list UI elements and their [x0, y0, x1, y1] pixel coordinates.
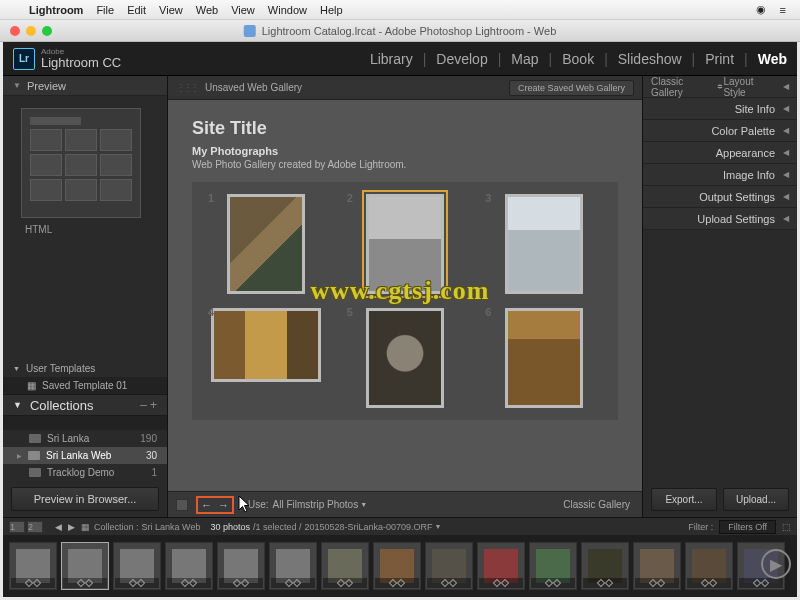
saved-template-row[interactable]: ▦ Saved Template 01: [3, 377, 167, 394]
collection-title[interactable]: My Photographs: [192, 145, 618, 157]
chevron-left-icon: ◀: [783, 214, 789, 223]
next-page-icon[interactable]: →: [218, 499, 229, 511]
menu-view[interactable]: View: [159, 4, 183, 16]
engine-row[interactable]: Classic Gallery ≑ Layout Style ◀: [643, 76, 797, 98]
gallery-thumb[interactable]: 5: [343, 308, 468, 408]
filmstrip-thumb[interactable]: [373, 542, 421, 590]
document-icon: [244, 25, 256, 37]
window-zoom-button[interactable]: [42, 26, 52, 36]
module-print[interactable]: Print: [705, 51, 734, 67]
menu-edit[interactable]: Edit: [127, 4, 146, 16]
module-library[interactable]: Library: [370, 51, 413, 67]
panel-upload-settings[interactable]: Upload Settings◀: [643, 208, 797, 230]
app-header: Lr AdobeLightroom CC Library| Develop| M…: [3, 42, 797, 76]
filter-dropdown[interactable]: Filters Off: [719, 520, 776, 534]
prev-page-icon[interactable]: ←: [201, 499, 212, 511]
macos-menubar: Lightroom File Edit View Web View Window…: [0, 0, 800, 20]
menu-extras-icon[interactable]: ≡: [780, 4, 786, 16]
lightroom-logo-icon: Lr: [13, 48, 35, 70]
filmstrip-thumb[interactable]: [425, 542, 473, 590]
panel-image-info[interactable]: Image Info◀: [643, 164, 797, 186]
window-minimize-button[interactable]: [26, 26, 36, 36]
panel-color-palette[interactable]: Color Palette◀: [643, 120, 797, 142]
menu-window[interactable]: Window: [268, 4, 307, 16]
menu-file[interactable]: File: [96, 4, 114, 16]
collection-description[interactable]: Web Photo Gallery created by Adobe Light…: [192, 159, 618, 170]
thumb-index: 1: [208, 192, 214, 204]
thumb-index: 2: [347, 192, 353, 204]
collections-minus-icon[interactable]: –: [140, 398, 147, 412]
thumb-index: 5: [347, 306, 353, 318]
menu-web[interactable]: Web: [196, 4, 218, 16]
filmstrip-thumb[interactable]: [217, 542, 265, 590]
filter-label: Filter :: [688, 522, 713, 532]
filter-lock-icon[interactable]: ⬚: [782, 522, 791, 532]
panel-appearance[interactable]: Appearance◀: [643, 142, 797, 164]
upload-button[interactable]: Upload...: [723, 488, 789, 511]
engine-name: Classic Gallery: [651, 76, 713, 98]
filmstrip-thumb[interactable]: [165, 542, 213, 590]
gallery-thumb[interactable]: 1: [204, 194, 329, 294]
chevron-left-icon: ◀: [783, 126, 789, 135]
collection-name: Sri Lanka: [47, 433, 89, 444]
collection-item[interactable]: Tracklog Demo 1: [3, 464, 167, 481]
window-close-button[interactable]: [10, 26, 20, 36]
breadcrumb-name[interactable]: Sri Lanka Web: [142, 522, 201, 532]
filmstrip-thumb[interactable]: [113, 542, 161, 590]
export-button[interactable]: Export...: [651, 488, 717, 511]
folder-icon: [29, 434, 41, 443]
panel-site-info[interactable]: Site Info◀: [643, 98, 797, 120]
filmstrip[interactable]: ▶: [3, 535, 797, 597]
site-title[interactable]: Site Title: [192, 118, 618, 139]
grid-icon[interactable]: ▦: [81, 522, 90, 532]
filmstrip-thumb[interactable]: [321, 542, 369, 590]
stop-icon[interactable]: [176, 499, 188, 511]
app-menu[interactable]: Lightroom: [29, 4, 83, 16]
collections-panel-header[interactable]: ▼ Collections – +: [3, 394, 167, 416]
module-slideshow[interactable]: Slideshow: [618, 51, 682, 67]
thumb-index: 6: [485, 306, 491, 318]
user-templates-row[interactable]: ▼ User Templates: [3, 360, 167, 377]
use-dropdown[interactable]: All Filmstrip Photos: [273, 499, 359, 510]
panel-output-settings[interactable]: Output Settings◀: [643, 186, 797, 208]
template-icon: ▦: [27, 380, 36, 391]
filmstrip-thumb[interactable]: [269, 542, 317, 590]
secondary-display-icon[interactable]: 12: [9, 521, 43, 533]
selection-info: /1 selected /: [253, 522, 302, 532]
gallery-thumb-selected[interactable]: 2: [343, 194, 468, 294]
collections-plus-icon[interactable]: +: [150, 398, 157, 412]
gallery-thumb[interactable]: 3: [481, 194, 606, 294]
create-saved-gallery-button[interactable]: Create Saved Web Gallery: [509, 80, 634, 96]
collection-item[interactable]: Sri Lanka 190: [3, 430, 167, 447]
preview-in-browser-button[interactable]: Preview in Browser...: [11, 487, 159, 511]
menu-view-2[interactable]: View: [231, 4, 255, 16]
module-map[interactable]: Map: [511, 51, 538, 67]
chevron-down-icon[interactable]: ▼: [435, 523, 442, 530]
gallery-thumb[interactable]: 4: [204, 308, 329, 408]
template-thumbnail[interactable]: [21, 108, 141, 218]
collection-item-selected[interactable]: ▶ Sri Lanka Web 30: [3, 447, 167, 464]
filmstrip-thumb[interactable]: [9, 542, 57, 590]
back-icon[interactable]: ◀: [55, 522, 62, 532]
preview-panel-header[interactable]: ▼ Preview: [3, 76, 167, 96]
cc-status-icon[interactable]: ◉: [756, 3, 766, 16]
menu-help[interactable]: Help: [320, 4, 343, 16]
right-panel: Classic Gallery ≑ Layout Style ◀ Site In…: [642, 76, 797, 517]
slideshow-play-icon[interactable]: ▶: [761, 549, 791, 579]
filmstrip-thumb-selected[interactable]: [61, 542, 109, 590]
gallery-thumb[interactable]: 6: [481, 308, 606, 408]
module-develop[interactable]: Develop: [436, 51, 487, 67]
filmstrip-thumb[interactable]: [685, 542, 733, 590]
grip-icon: ⋮⋮⋮: [176, 82, 197, 93]
filmstrip-thumb[interactable]: [477, 542, 525, 590]
module-web[interactable]: Web: [758, 51, 787, 67]
module-book[interactable]: Book: [562, 51, 594, 67]
thumb-index: 3: [485, 192, 491, 204]
filmstrip-thumb[interactable]: [529, 542, 577, 590]
forward-icon[interactable]: ▶: [68, 522, 75, 532]
center-toolbar-bottom: ← → Use: All Filmstrip Photos ▼ Classic …: [168, 491, 642, 517]
filmstrip-thumb[interactable]: [581, 542, 629, 590]
filmstrip-thumb[interactable]: [633, 542, 681, 590]
collection-count: 190: [140, 433, 157, 444]
filmstrip-header: 12 ◀▶ ▦ Collection : Sri Lanka Web 30 ph…: [3, 517, 797, 535]
